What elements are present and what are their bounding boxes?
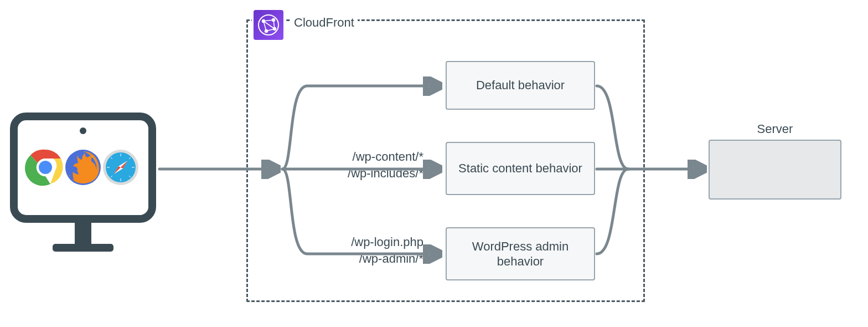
cloudfront-icon xyxy=(254,10,283,40)
monitor-icon xyxy=(8,111,158,263)
client-browsers xyxy=(8,111,158,263)
path-label-static: /wp-content/* /wp-includes/* xyxy=(302,149,423,181)
svg-rect-2 xyxy=(75,222,91,244)
behavior-static-label: Static content behavior xyxy=(458,161,582,176)
server-label: Server xyxy=(709,122,841,136)
behavior-static: Static content behavior xyxy=(446,142,595,195)
server-box xyxy=(709,140,841,200)
firefox-icon xyxy=(65,150,101,185)
cloudfront-label: CloudFront xyxy=(291,16,358,30)
svg-rect-3 xyxy=(53,244,113,252)
chrome-icon xyxy=(25,150,63,186)
behavior-admin-label: WordPress admin behavior xyxy=(452,239,588,269)
path-label-admin-text: /wp-login.php /wp-admin/* xyxy=(351,235,423,265)
behavior-default-label: Default behavior xyxy=(476,78,565,93)
path-label-static-text: /wp-content/* /wp-includes/* xyxy=(348,150,423,180)
svg-point-1 xyxy=(80,127,86,134)
safari-icon xyxy=(103,150,138,185)
path-label-admin: /wp-login.php /wp-admin/* xyxy=(302,234,423,267)
behavior-default: Default behavior xyxy=(446,61,595,110)
behavior-admin: WordPress admin behavior xyxy=(446,227,595,280)
